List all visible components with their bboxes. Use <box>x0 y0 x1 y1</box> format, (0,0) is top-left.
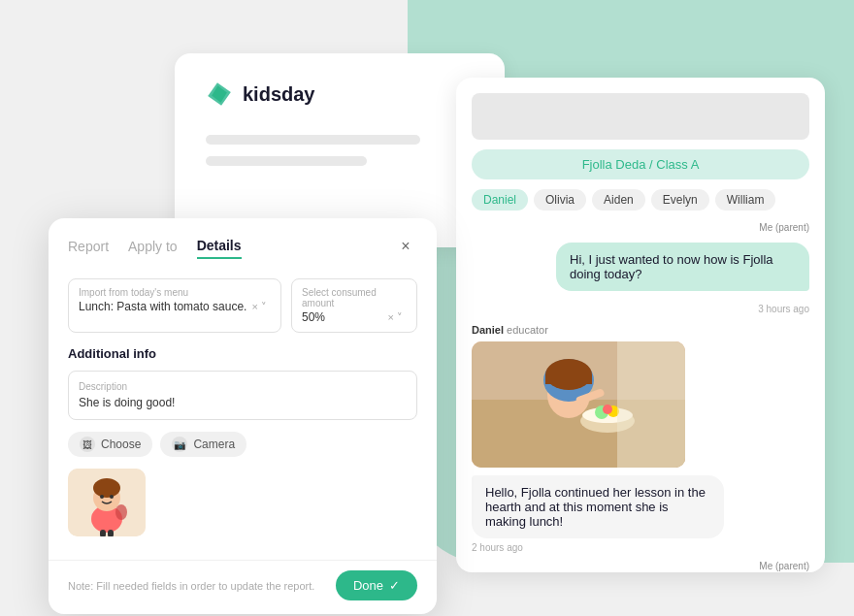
student-tabs: Daniel Olivia Aiden Evelyn William <box>456 189 825 211</box>
chat-panel: Fjolla Deda / Class A Daniel Olivia Aide… <box>456 78 825 572</box>
msg-sender-daniel: Daniel educator <box>472 324 724 336</box>
additional-info-title: Additional info <box>68 346 417 361</box>
menu-value-text: Lunch: Pasta with tomato sauce. <box>79 300 246 313</box>
student-tab-olivia[interactable]: Olivia <box>534 189 586 211</box>
tab-details[interactable]: Details <box>197 234 242 259</box>
menu-field-label: Import from today's menu <box>79 287 271 298</box>
form-row-menu: Import from today's menu Lunch: Pasta wi… <box>68 278 417 333</box>
menu-field[interactable]: Import from today's menu Lunch: Pasta wi… <box>68 278 281 333</box>
placeholder-bar-1 <box>206 135 420 145</box>
camera-icon: 📷 <box>172 437 187 452</box>
msg-time-1: 3 hours ago <box>472 299 809 316</box>
student-tab-evelyn[interactable]: Evelyn <box>651 189 709 211</box>
kidsday-logo: kidsday <box>206 81 474 108</box>
amount-field[interactable]: Select consumed amount 50% × ˅ <box>291 278 417 333</box>
svg-point-12 <box>603 405 612 414</box>
choose-button[interactable]: 🖼 Choose <box>68 432 152 457</box>
svg-rect-21 <box>100 530 106 536</box>
camera-button[interactable]: 📷 Camera <box>160 432 246 457</box>
modal-body: Import from today's menu Lunch: Pasta wi… <box>49 269 437 560</box>
upload-row: 🖼 Choose 📷 Camera <box>68 432 417 457</box>
amount-field-value: 50% × ˅ <box>302 310 407 324</box>
description-field[interactable]: Description She is doing good! <box>68 371 417 420</box>
modal-header: Report Apply to Details × <box>49 218 437 269</box>
report-modal: Report Apply to Details × Import from to… <box>49 218 437 614</box>
kidsday-title-text: kidsday <box>243 83 314 106</box>
svg-point-20 <box>110 495 114 499</box>
amount-clear-btn[interactable]: × ˅ <box>388 311 403 324</box>
student-tab-aiden[interactable]: Aiden <box>592 189 645 211</box>
modal-footer: Note: Fill needed fields in order to upd… <box>49 560 437 614</box>
chat-class-header: Fjolla Deda / Class A <box>472 149 809 179</box>
done-label: Done <box>353 578 383 593</box>
image-preview <box>68 469 146 536</box>
tab-apply-to[interactable]: Apply to <box>128 235 178 258</box>
msg-meta-parent-2: Me (parent) <box>472 561 809 571</box>
svg-point-19 <box>100 495 104 499</box>
msg-text-educator: Hello, Fjolla continued her lesson in th… <box>472 475 724 538</box>
amount-field-label: Select consumed amount <box>302 287 407 308</box>
modal-close-button[interactable]: × <box>394 235 417 258</box>
msg-image-child <box>472 341 685 468</box>
description-label: Description <box>79 381 407 392</box>
amount-value-text: 50% <box>302 310 325 324</box>
svg-point-23 <box>115 504 127 520</box>
camera-label: Camera <box>193 438 235 451</box>
chat-search-bar[interactable] <box>472 93 809 140</box>
msg-meta-parent-1: Me (parent) <box>472 222 809 233</box>
done-checkmark: ✓ <box>389 578 400 593</box>
svg-marker-1 <box>211 84 229 105</box>
svg-point-18 <box>93 478 120 498</box>
svg-rect-22 <box>108 530 114 536</box>
placeholder-bar-2 <box>206 156 367 166</box>
tab-report[interactable]: Report <box>68 235 109 258</box>
footer-note: Note: Fill needed fields in order to upd… <box>68 580 336 592</box>
svg-rect-7 <box>545 374 592 384</box>
choose-icon: 🖼 <box>80 437 95 452</box>
svg-rect-14 <box>617 341 685 468</box>
choose-label: Choose <box>101 438 141 451</box>
msg-time-2: 2 hours ago <box>472 542 724 553</box>
msg-bubble-received-1: Daniel educator <box>472 324 724 553</box>
description-value: She is doing good! <box>79 396 407 409</box>
menu-clear-btn[interactable]: × ˅ <box>252 301 267 313</box>
student-tab-daniel[interactable]: Daniel <box>472 189 528 211</box>
menu-field-value: Lunch: Pasta with tomato sauce. × ˅ <box>79 300 271 313</box>
done-button[interactable]: Done ✓ <box>336 570 417 600</box>
chat-messages: Me (parent) Hi, I just wanted to now how… <box>456 211 825 572</box>
kidsday-logo-icon <box>206 81 233 108</box>
student-tab-william[interactable]: William <box>715 189 776 211</box>
msg-bubble-sent-1: Hi, I just wanted to now how is Fjolla d… <box>556 243 809 291</box>
